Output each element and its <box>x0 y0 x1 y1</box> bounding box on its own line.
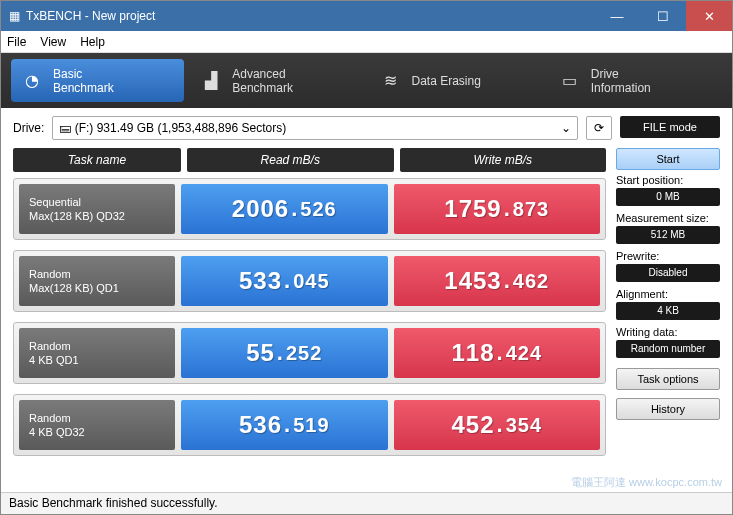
menu-view[interactable]: View <box>40 35 66 49</box>
erase-icon: ≋ <box>380 70 402 92</box>
stopwatch-icon: ◔ <box>21 70 43 92</box>
menu-help[interactable]: Help <box>80 35 105 49</box>
side-panel: Start Start position: 0 MB Measurement s… <box>616 148 720 466</box>
drive-icon: 🖴 <box>59 121 71 135</box>
history-button[interactable]: History <box>616 398 720 420</box>
tab-label: Basic Benchmark <box>53 67 114 95</box>
header-task: Task name <box>13 148 181 172</box>
watermark: 電腦王阿達 www.kocpc.com.tw <box>571 475 722 490</box>
column-headers: Task name Read mB/s Write mB/s <box>13 148 606 172</box>
maximize-button[interactable]: ☐ <box>640 1 686 31</box>
chart-icon: ▟ <box>200 70 222 92</box>
refresh-icon: ⟳ <box>594 121 604 135</box>
tab-basic-benchmark[interactable]: ◔ Basic Benchmark <box>11 59 184 102</box>
writing-data-label: Writing data: <box>616 326 720 338</box>
tab-advanced-benchmark[interactable]: ▟ Advanced Benchmark <box>190 59 363 102</box>
prewrite-label: Prewrite: <box>616 250 720 262</box>
menu-file[interactable]: File <box>7 35 26 49</box>
read-value: 2006.526 <box>181 184 388 234</box>
result-row: RandomMax(128 KB) QD1533.0451453.462 <box>13 250 606 312</box>
task-name: Random4 KB QD1 <box>19 328 175 378</box>
write-value: 452.354 <box>394 400 601 450</box>
tabbar: ◔ Basic Benchmark ▟ Advanced Benchmark ≋… <box>1 53 732 108</box>
measurement-size-value[interactable]: 512 MB <box>616 226 720 244</box>
start-position-value[interactable]: 0 MB <box>616 188 720 206</box>
tab-data-erasing[interactable]: ≋ Data Erasing <box>370 59 543 102</box>
app-icon: ▦ <box>9 9 20 23</box>
header-read: Read mB/s <box>187 148 394 172</box>
alignment-value[interactable]: 4 KB <box>616 302 720 320</box>
measurement-size-label: Measurement size: <box>616 212 720 224</box>
header-write: Write mB/s <box>400 148 607 172</box>
start-button[interactable]: Start <box>616 148 720 170</box>
file-mode-button[interactable]: FILE mode <box>620 116 720 138</box>
drive-select[interactable]: 🖴 (F:) 931.49 GB (1,953,488,896 Sectors)… <box>52 116 578 140</box>
drive-row: Drive: 🖴 (F:) 931.49 GB (1,953,488,896 S… <box>1 108 732 148</box>
refresh-button[interactable]: ⟳ <box>586 116 612 140</box>
tab-drive-information[interactable]: ▭ Drive Information <box>549 59 722 102</box>
task-name: SequentialMax(128 KB) QD32 <box>19 184 175 234</box>
read-value: 536.519 <box>181 400 388 450</box>
prewrite-value[interactable]: Disabled <box>616 264 720 282</box>
tab-label: Drive Information <box>591 67 651 95</box>
drive-selected: (F:) 931.49 GB (1,953,488,896 Sectors) <box>75 121 286 135</box>
writing-data-value[interactable]: Random number <box>616 340 720 358</box>
window-title: TxBENCH - New project <box>26 9 155 23</box>
start-position-label: Start position: <box>616 174 720 186</box>
results-panel: Task name Read mB/s Write mB/s Sequentia… <box>13 148 606 466</box>
read-value: 55.252 <box>181 328 388 378</box>
write-value: 118.424 <box>394 328 601 378</box>
status-bar: Basic Benchmark finished successfully. <box>1 492 732 514</box>
drive-icon: ▭ <box>559 70 581 92</box>
result-row: Random4 KB QD155.252118.424 <box>13 322 606 384</box>
result-row: SequentialMax(128 KB) QD322006.5261759.8… <box>13 178 606 240</box>
write-value: 1759.873 <box>394 184 601 234</box>
menubar: File View Help <box>1 31 732 53</box>
task-name: Random4 KB QD32 <box>19 400 175 450</box>
minimize-button[interactable]: — <box>594 1 640 31</box>
alignment-label: Alignment: <box>616 288 720 300</box>
chevron-down-icon: ⌄ <box>561 121 571 135</box>
read-value: 533.045 <box>181 256 388 306</box>
task-options-button[interactable]: Task options <box>616 368 720 390</box>
write-value: 1453.462 <box>394 256 601 306</box>
close-button[interactable]: ✕ <box>686 1 732 31</box>
result-row: Random4 KB QD32536.519452.354 <box>13 394 606 456</box>
titlebar: ▦ TxBENCH - New project — ☐ ✕ <box>1 1 732 31</box>
drive-label: Drive: <box>13 121 44 135</box>
tab-label: Advanced Benchmark <box>232 67 293 95</box>
task-name: RandomMax(128 KB) QD1 <box>19 256 175 306</box>
tab-label: Data Erasing <box>412 74 481 88</box>
